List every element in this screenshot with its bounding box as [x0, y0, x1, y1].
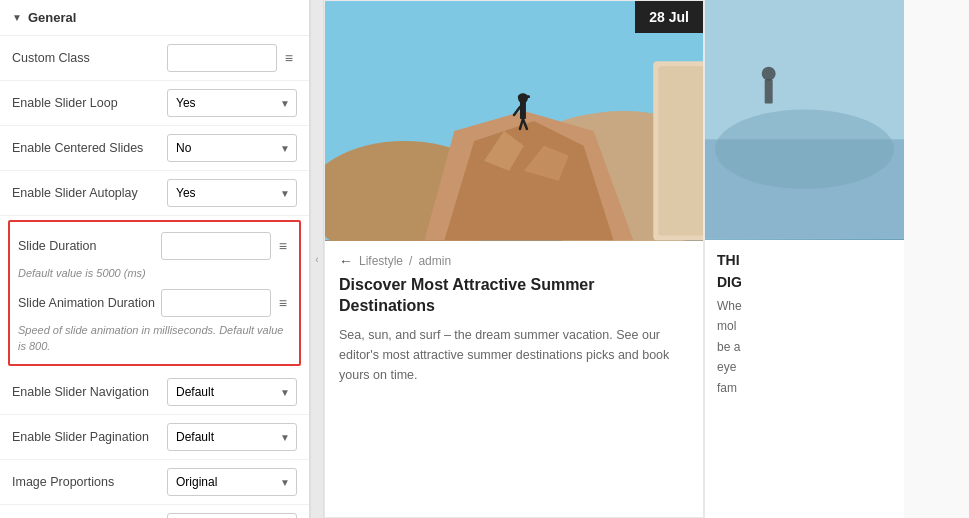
animation-duration-label: Slide Animation Duration [18, 296, 155, 310]
image-proportions-select[interactable]: Original Square Landscape Portrait [167, 468, 297, 496]
partial-columns-select-wrapper: No Yes ▼ [167, 513, 297, 518]
partial-excerpt-line: Whe [717, 296, 892, 316]
animation-duration-input[interactable] [161, 289, 271, 317]
centered-slides-control: No Yes ▼ [167, 134, 297, 162]
card-excerpt: Sea, sun, and surf – the dream summer va… [339, 325, 689, 385]
card-meta: ← Lifestyle / admin [339, 253, 689, 269]
arrow-left-icon: ← [339, 253, 353, 269]
setting-row-centered-slides: Enable Centered Slides No Yes ▼ [0, 126, 309, 171]
highlighted-duration-block: Slide Duration ≡ Default value is 5000 (… [8, 220, 301, 366]
centered-slides-label: Enable Centered Slides [12, 141, 143, 155]
section-general[interactable]: ▼ General [0, 0, 309, 36]
preview-panel: 28 Jul ← Lifestyle / admin Discover Most… [324, 0, 969, 518]
image-proportions-select-wrapper: Original Square Landscape Portrait ▼ [167, 468, 297, 496]
setting-row-slide-duration: Slide Duration ≡ [18, 228, 291, 264]
lines-icon[interactable]: ≡ [275, 293, 291, 313]
card-image-svg [325, 1, 703, 241]
autoplay-select-wrapper: Yes No ▼ [167, 179, 297, 207]
card-body: ← Lifestyle / admin Discover Most Attrac… [325, 241, 703, 397]
slide-duration-hint: Default value is 5000 (ms) [18, 266, 291, 281]
svg-rect-14 [658, 66, 703, 235]
card-image-wrapper: 28 Jul [325, 1, 703, 241]
lines-icon[interactable]: ≡ [275, 236, 291, 256]
navigation-select-wrapper: Default Yes No ▼ [167, 378, 297, 406]
pagination-select-wrapper: Default Yes No ▼ [167, 423, 297, 451]
setting-row-pagination: Enable Slider Pagination Default Yes No … [0, 415, 309, 460]
card-title: Discover Most Attractive Summer Destinat… [339, 275, 689, 317]
blog-card-2-partial: THI DIG Whe mol be a eye fam [704, 0, 904, 518]
partial-excerpt-line: eye [717, 357, 892, 377]
custom-class-input[interactable] [167, 44, 277, 72]
slide-duration-label: Slide Duration [18, 239, 97, 253]
centered-slides-select[interactable]: No Yes [167, 134, 297, 162]
partial-excerpt: Whe mol be a eye fam [717, 296, 892, 398]
collapse-arrow-icon: ‹ [315, 254, 318, 265]
setting-row-image-proportions: Image Proportions Original Square Landsc… [0, 460, 309, 505]
pagination-label: Enable Slider Pagination [12, 430, 149, 444]
partial-title-line1: THI [717, 252, 892, 268]
card-category: Lifestyle [359, 254, 403, 268]
slider-loop-label: Enable Slider Loop [12, 96, 118, 110]
navigation-control: Default Yes No ▼ [167, 378, 297, 406]
date-badge: 28 Jul [635, 1, 703, 33]
setting-row-autoplay: Enable Slider Autoplay Yes No ▼ [0, 171, 309, 216]
slide-duration-control: ≡ [161, 232, 291, 260]
svg-rect-18 [765, 80, 773, 104]
custom-class-label: Custom Class [12, 51, 90, 65]
partial-excerpt-line: mol [717, 316, 892, 336]
blog-card-1: 28 Jul ← Lifestyle / admin Discover Most… [324, 0, 704, 518]
svg-rect-9 [518, 95, 530, 98]
partial-columns-select[interactable]: No Yes [167, 513, 297, 518]
navigation-label: Enable Slider Navigation [12, 385, 149, 399]
animation-duration-hint: Speed of slide animation in milliseconds… [18, 323, 291, 354]
svg-point-19 [762, 67, 776, 81]
setting-row-custom-class: Custom Class ≡ [0, 36, 309, 81]
setting-row-partial-columns: Enable Partial Columns No Yes ▼ [0, 505, 309, 518]
chevron-down-icon: ▼ [12, 12, 22, 23]
collapse-handle[interactable]: ‹ [310, 0, 324, 518]
autoplay-control: Yes No ▼ [167, 179, 297, 207]
settings-list: Custom Class ≡ Enable Slider Loop Yes No… [0, 36, 309, 518]
card-image [325, 1, 703, 241]
setting-row-animation-duration: Slide Animation Duration ≡ [18, 285, 291, 321]
partial-image-svg [705, 0, 904, 239]
card-author: admin [418, 254, 451, 268]
pagination-select[interactable]: Default Yes No [167, 423, 297, 451]
lines-icon[interactable]: ≡ [281, 48, 297, 68]
settings-panel: ▼ General Custom Class ≡ Enable Slider L… [0, 0, 310, 518]
partial-title-line2: DIG [717, 274, 892, 290]
partial-excerpt-line: fam [717, 378, 892, 398]
custom-class-control: ≡ [167, 44, 297, 72]
partial-card-image [705, 0, 904, 240]
slider-loop-select-wrapper: Yes No ▼ [167, 89, 297, 117]
slider-loop-control: Yes No ▼ [167, 89, 297, 117]
centered-slides-select-wrapper: No Yes ▼ [167, 134, 297, 162]
animation-duration-control: ≡ [161, 289, 291, 317]
svg-point-17 [715, 109, 894, 189]
slide-duration-input[interactable] [161, 232, 271, 260]
slider-loop-select[interactable]: Yes No [167, 89, 297, 117]
autoplay-select[interactable]: Yes No [167, 179, 297, 207]
image-proportions-label: Image Proportions [12, 475, 114, 489]
pagination-control: Default Yes No ▼ [167, 423, 297, 451]
setting-row-slider-loop: Enable Slider Loop Yes No ▼ [0, 81, 309, 126]
partial-columns-control: No Yes ▼ [167, 513, 297, 518]
section-title: General [28, 10, 76, 25]
setting-row-navigation: Enable Slider Navigation Default Yes No … [0, 370, 309, 415]
meta-separator: / [409, 254, 412, 268]
partial-card-body: THI DIG Whe mol be a eye fam [705, 240, 904, 410]
image-proportions-control: Original Square Landscape Portrait ▼ [167, 468, 297, 496]
partial-excerpt-line: be a [717, 337, 892, 357]
svg-rect-7 [520, 101, 526, 119]
autoplay-label: Enable Slider Autoplay [12, 186, 138, 200]
navigation-select[interactable]: Default Yes No [167, 378, 297, 406]
